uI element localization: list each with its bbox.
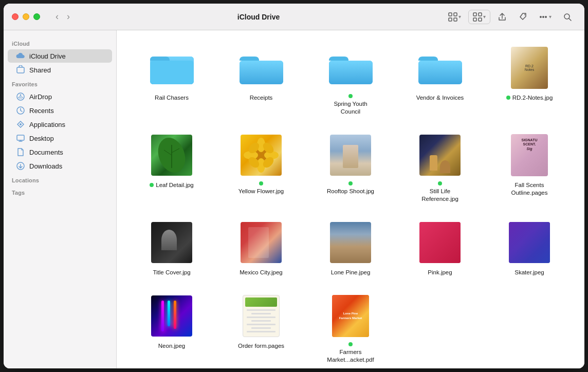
list-item[interactable]: Spring Youth Council <box>308 41 393 120</box>
back-button[interactable]: ‹ <box>52 10 62 23</box>
chevron-icon: ▾ <box>458 14 461 20</box>
file-name: Vendor & Invoices <box>416 94 464 102</box>
list-view-button[interactable]: ▾ <box>468 10 490 24</box>
file-name-text: Order form.pages <box>238 342 284 350</box>
list-item[interactable]: Still Life Reference.jpg <box>397 128 483 207</box>
thumb-skater <box>506 219 553 266</box>
tag-button[interactable] <box>514 10 531 24</box>
sidebar-label-shared: Shared <box>29 66 51 74</box>
file-name: Pink.jpeg <box>428 269 452 276</box>
sidebar-item-icloud-drive[interactable]: iCloud Drive <box>8 49 112 63</box>
list-item[interactable]: Yellow Flower.jpg <box>218 128 304 207</box>
tag-icon <box>518 12 527 22</box>
window-body: iCloud iCloud Drive Shared <box>4 30 584 368</box>
sidebar-section-tags: Tags <box>4 185 116 198</box>
list-item[interactable]: Order form.pages <box>218 289 304 368</box>
files-grid: Rail Chasers <box>129 41 572 368</box>
list-item[interactable]: Mexico City.jpeg <box>218 215 304 281</box>
sidebar-label-recents: Recents <box>29 107 54 115</box>
thumb-still-life <box>417 132 463 178</box>
svg-rect-3 <box>454 18 457 21</box>
list-item[interactable]: Pink.jpeg <box>397 215 483 281</box>
svg-rect-28 <box>418 61 462 84</box>
list-item[interactable]: Skater.jpeg <box>487 215 572 281</box>
list-item[interactable]: SIGNATUSCENT.Sig Fall Scents Outline.pag… <box>487 128 572 207</box>
list-item[interactable]: Lone PineFarmers Market Farmers Market..… <box>308 289 393 368</box>
file-name-text: Spring Youth Council <box>325 100 376 116</box>
icon-view-button[interactable]: ▾ <box>444 10 465 24</box>
sidebar-item-applications[interactable]: Applications <box>8 118 112 131</box>
titlebar: ‹ › iCloud Drive ▾ <box>4 4 584 30</box>
nav-buttons: ‹ › <box>52 10 73 23</box>
thumb-fall-scents: SIGNATUSCENT.Sig <box>506 132 553 178</box>
maximize-button[interactable] <box>33 13 40 20</box>
desktop-icon <box>16 134 25 143</box>
sidebar-section-icloud: iCloud <box>4 36 116 49</box>
file-name: Yellow Flower.jpg <box>235 181 287 195</box>
fall-scents-image: SIGNATUSCENT.Sig <box>511 134 548 176</box>
svg-rect-13 <box>17 67 24 73</box>
svg-point-8 <box>540 16 541 17</box>
svg-point-15 <box>20 95 22 96</box>
sidebar-item-airdrop[interactable]: AirDrop <box>8 90 112 103</box>
file-name-text: Rail Chasers <box>155 94 189 102</box>
list-item[interactable]: Lone Pine.jpeg <box>308 215 393 281</box>
file-name-text: Title Cover.jpg <box>153 269 190 276</box>
thumb-pink <box>417 219 463 266</box>
list-item[interactable]: Neon.jpeg <box>129 289 214 368</box>
list-item[interactable]: Vendor & Invoices <box>397 41 483 120</box>
forward-button[interactable]: › <box>64 10 73 23</box>
file-name: Farmers Market...acket.pdf <box>325 342 376 364</box>
skater-image <box>509 222 550 263</box>
file-name: Leaf Detail.jpg <box>150 181 194 189</box>
sidebar-item-recents[interactable]: Recents <box>8 104 112 117</box>
sidebar-item-documents[interactable]: Documents <box>8 145 112 159</box>
thumb-rooftop <box>327 132 374 178</box>
thumb-yellow-flower <box>238 132 284 178</box>
grid-icon <box>448 12 457 22</box>
share-button[interactable] <box>493 10 511 24</box>
file-name: Fall Scents Outline.pages <box>504 181 555 197</box>
list-item[interactable]: RD.2Notes RD.2-Notes.jpg <box>487 41 572 120</box>
list-item[interactable]: Title Cover.jpg <box>129 215 214 281</box>
list-item[interactable]: Receipts <box>218 41 304 120</box>
close-button[interactable] <box>12 13 19 20</box>
pink-image <box>419 222 461 263</box>
sidebar-item-desktop[interactable]: Desktop <box>8 132 112 145</box>
file-name-text: Farmers Market...acket.pdf <box>325 348 376 364</box>
sidebar-item-shared[interactable]: Shared <box>8 63 112 77</box>
list-chevron-icon: ▾ <box>483 14 486 20</box>
ellipsis-icon <box>539 12 548 22</box>
leaf-image <box>151 135 192 176</box>
file-name-text: Yellow Flower.jpg <box>238 188 284 195</box>
file-name-text: Neon.jpeg <box>158 342 185 350</box>
thumb-title-cover <box>149 219 195 266</box>
sidebar-label-icloud-drive: iCloud Drive <box>29 52 66 60</box>
file-name: Rail Chasers <box>155 94 189 102</box>
svg-point-10 <box>545 16 546 17</box>
search-button[interactable] <box>559 10 576 24</box>
folder-thumb-vendor <box>417 45 463 91</box>
more-button[interactable]: ▾ <box>535 10 556 24</box>
file-name: Mexico City.jpeg <box>240 269 283 276</box>
sidebar-section-favorites: Favorites <box>4 77 116 89</box>
more-chevron-icon: ▾ <box>549 14 552 20</box>
svg-rect-18 <box>17 135 24 140</box>
thumb-neon <box>149 293 195 339</box>
minimize-button[interactable] <box>23 13 29 20</box>
sync-dot <box>348 94 353 98</box>
sidebar-item-downloads[interactable]: Downloads <box>8 159 112 173</box>
folder-thumb-spring-youth <box>327 45 374 91</box>
sync-dot <box>150 183 154 187</box>
sync-dot <box>348 181 353 185</box>
list-item[interactable]: Rooftop Shoot.jpg <box>308 128 393 207</box>
svg-rect-26 <box>329 61 373 84</box>
list-item[interactable]: Rail Chasers <box>129 41 214 120</box>
thumb-farmers-market: Lone PineFarmers Market <box>327 293 374 339</box>
list-grid-icon <box>473 12 482 22</box>
file-name: Receipts <box>250 94 273 102</box>
clock-icon <box>16 106 25 115</box>
folder-thumb-receipts <box>238 45 284 91</box>
order-form-image <box>243 295 280 337</box>
list-item[interactable]: Leaf Detail.jpg <box>129 128 214 207</box>
